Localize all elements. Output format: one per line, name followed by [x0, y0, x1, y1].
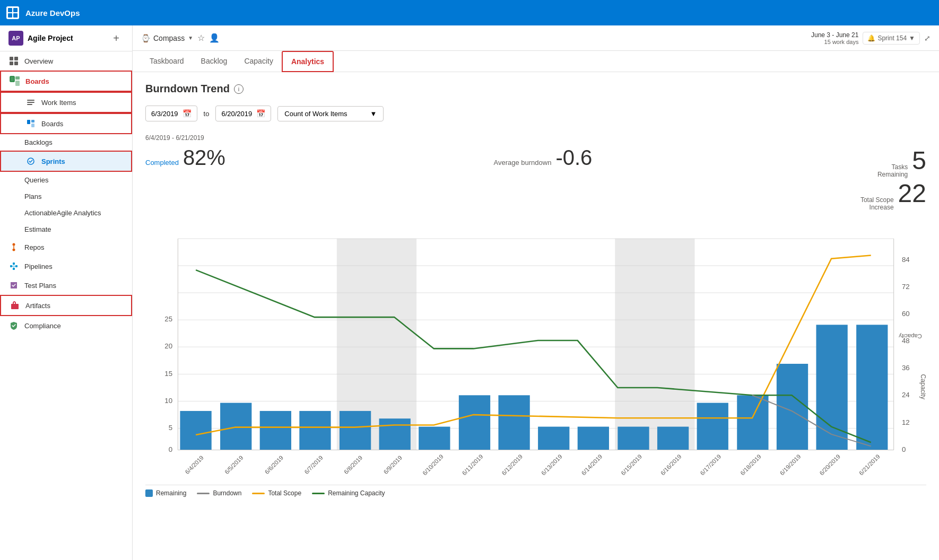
svg-rect-60 — [419, 426, 450, 450]
dropdown-caret-icon: ▼ — [370, 110, 377, 118]
main-content: ⌚ Compass ▼ ☆ 👤 June 3 - June 21 15 work… — [133, 25, 939, 560]
sidebar-header: AP Agile Project + — [0, 25, 132, 51]
legend-burndown-color — [197, 493, 210, 494]
page-title: Burndown Trend — [145, 83, 230, 95]
svg-rect-5 — [14, 57, 18, 60]
legend-total-scope: Total Scope — [252, 489, 301, 497]
stat-scope-label: Total ScopeIncrease — [860, 196, 894, 212]
sidebar-item-compliance[interactable]: Compliance — [0, 316, 132, 335]
sidebar-item-test-plans[interactable]: Test Plans — [0, 276, 132, 295]
legend-remaining-capacity-color — [312, 493, 325, 494]
svg-rect-68 — [737, 395, 768, 450]
legend-remaining-color — [145, 489, 153, 497]
sidebar-item-boards[interactable]: Boards — [0, 71, 132, 92]
date-end-input[interactable]: 6/20/2019 📅 — [215, 106, 271, 121]
sidebar-label-compliance: Compliance — [24, 322, 61, 330]
metric-dropdown[interactable]: Count of Work Items ▼ — [277, 106, 384, 121]
svg-text:20: 20 — [164, 342, 172, 350]
info-icon[interactable]: i — [234, 84, 244, 94]
sidebar-label-artifacts: Artifacts — [25, 302, 50, 310]
person-icon[interactable]: 👤 — [209, 33, 220, 43]
to-label: to — [204, 110, 210, 118]
date-range-display: June 3 - June 21 15 work days — [811, 31, 858, 45]
legend-burndown-label: Burndown — [213, 489, 241, 497]
svg-rect-56 — [260, 411, 291, 450]
bell-icon: 🔔 — [867, 34, 875, 42]
sidebar-label-sprints: Sprints — [41, 158, 65, 165]
svg-rect-16 — [31, 120, 34, 122]
sidebar-item-overview[interactable]: Overview — [0, 51, 132, 71]
filter-row: 6/3/2019 📅 to 6/20/2019 📅 Count of Work … — [145, 106, 926, 121]
svg-text:5: 5 — [169, 423, 172, 431]
svg-rect-3 — [13, 13, 18, 18]
sidebar-item-queries[interactable]: Queries — [0, 172, 132, 188]
work-days-label: 15 work days — [811, 39, 858, 45]
stat-tasks-value: 5 — [912, 146, 926, 175]
svg-text:10: 10 — [164, 396, 172, 404]
svg-rect-25 — [11, 304, 19, 309]
svg-text:36: 36 — [902, 364, 910, 372]
legend-total-scope-label: Total Scope — [268, 489, 301, 497]
project-selector[interactable]: AP Agile Project — [8, 31, 73, 46]
tab-capacity[interactable]: Capacity — [236, 51, 281, 72]
svg-rect-17 — [31, 124, 34, 127]
test-plans-icon — [8, 280, 19, 291]
svg-rect-12 — [27, 100, 34, 101]
sidebar-item-plans[interactable]: Plans — [0, 188, 132, 205]
sidebar-item-estimate[interactable]: Estimate — [0, 221, 132, 238]
favorite-icon[interactable]: ☆ — [197, 33, 205, 43]
svg-point-19 — [13, 243, 15, 246]
calendar-start-icon[interactable]: 📅 — [182, 109, 192, 118]
sidebar-label-estimate: Estimate — [24, 225, 51, 233]
compass-selector[interactable]: ⌚ Compass ▼ — [141, 34, 193, 42]
svg-rect-2 — [8, 13, 12, 18]
tab-backlog[interactable]: Backlog — [193, 51, 236, 72]
add-button[interactable]: + — [109, 31, 124, 46]
sidebar-item-pipelines[interactable]: Pipelines — [0, 257, 132, 276]
project-name: Agile Project — [28, 34, 73, 42]
date-start-input[interactable]: 6/3/2019 📅 — [145, 106, 197, 121]
tab-analytics-label: Analytics — [291, 57, 324, 66]
tab-capacity-label: Capacity — [244, 57, 273, 65]
sprint-label: Sprint 154 — [877, 34, 907, 42]
stat-avg-value: -0.6 — [555, 146, 592, 170]
boards-icon — [10, 76, 20, 86]
compass-caret-icon: ▼ — [188, 35, 193, 41]
svg-text:0: 0 — [169, 445, 172, 453]
chart-stats-container: Completed 82% Average burndown -0.6 Task… — [145, 146, 926, 497]
date-range-main: June 3 - June 21 — [811, 31, 858, 39]
sidebar-item-work-items[interactable]: Work Items — [0, 92, 132, 113]
sidebar-item-artifacts[interactable]: Artifacts — [0, 295, 132, 316]
svg-rect-15 — [27, 120, 30, 124]
legend-burndown: Burndown — [197, 489, 241, 497]
sidebar-item-actionable[interactable]: ActionableAgile Analytics — [0, 205, 132, 221]
svg-rect-21 — [10, 265, 12, 267]
sidebar-label-actionable: ActionableAgile Analytics — [24, 209, 101, 217]
sidebar-label-backlogs: Backlogs — [24, 138, 53, 146]
compliance-icon — [8, 320, 19, 331]
svg-rect-57 — [299, 411, 331, 450]
sprint-selector[interactable]: 🔔 Sprint 154 ▼ — [863, 32, 920, 45]
calendar-end-icon[interactable]: 📅 — [256, 109, 265, 118]
svg-rect-55 — [220, 402, 251, 450]
stat-completed: Completed 82% — [145, 146, 225, 170]
date-end-value: 6/20/2019 — [221, 110, 252, 118]
sidebar-item-repos[interactable]: Repos — [0, 238, 132, 257]
svg-rect-9 — [10, 76, 14, 82]
chart-container: 0 5 10 15 20 25 0 12 24 36 48 60 72 — [145, 217, 926, 479]
svg-text:25: 25 — [164, 315, 172, 323]
sidebar-item-boards-sub[interactable]: Boards — [0, 113, 132, 134]
tab-analytics[interactable]: Analytics — [282, 51, 334, 72]
overview-icon — [8, 56, 19, 66]
tab-taskboard-label: Taskboard — [150, 57, 184, 65]
svg-text:Capacity: Capacity — [919, 374, 926, 400]
svg-text:84: 84 — [902, 255, 910, 263]
tab-taskboard[interactable]: Taskboard — [141, 51, 193, 72]
sidebar-item-backlogs[interactable]: Backlogs — [0, 134, 132, 151]
stat-tasks-label: TasksRemaining — [877, 163, 908, 179]
sub-topbar-right: June 3 - June 21 15 work days 🔔 Sprint 1… — [811, 31, 931, 45]
sidebar-item-sprints[interactable]: Sprints — [0, 151, 132, 172]
work-items-icon — [25, 97, 36, 108]
expand-icon[interactable]: ⤢ — [924, 34, 931, 42]
svg-text:Capacity: Capacity — [899, 332, 922, 339]
